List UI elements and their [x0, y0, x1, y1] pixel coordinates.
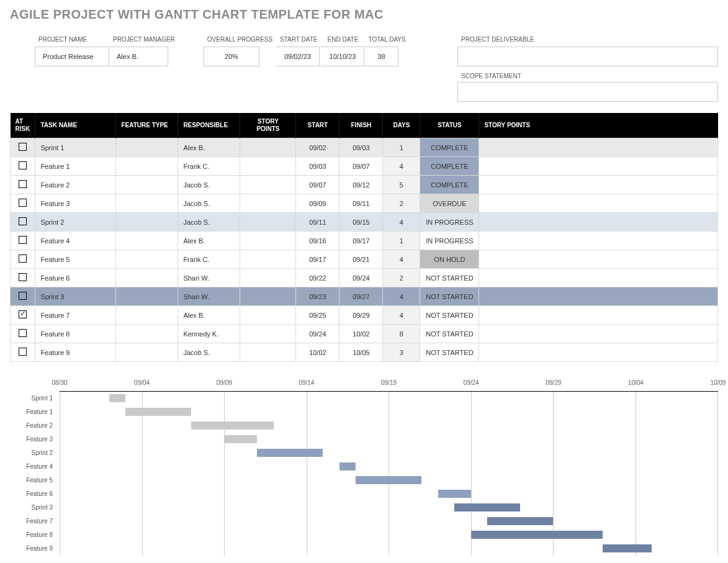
start-cell[interactable]: 10/02: [296, 343, 339, 362]
finish-cell[interactable]: 09/11: [339, 194, 383, 213]
start-cell[interactable]: 09/03: [296, 157, 339, 176]
story-points-cell[interactable]: [240, 157, 296, 176]
task-row[interactable]: Feature 7Alex B.09/2509/294NOT STARTED: [11, 306, 718, 325]
feature-type-cell[interactable]: [116, 157, 178, 176]
status-cell[interactable]: OVERDUE: [420, 194, 479, 213]
task-name-cell[interactable]: Feature 7: [35, 306, 116, 325]
task-name-cell[interactable]: Feature 5: [35, 250, 116, 269]
finish-cell[interactable]: 09/07: [339, 157, 383, 176]
responsible-cell[interactable]: Shari W.: [178, 269, 240, 287]
feature-type-cell[interactable]: [116, 250, 178, 269]
task-name-cell[interactable]: Feature 6: [35, 269, 116, 287]
responsible-cell[interactable]: Jacob S.: [178, 343, 240, 362]
feature-type-cell[interactable]: [116, 176, 178, 194]
finish-cell[interactable]: 09/15: [339, 213, 383, 232]
story-points-cell[interactable]: [240, 325, 296, 343]
at-risk-cell[interactable]: [11, 138, 35, 157]
status-cell[interactable]: NOT STARTED: [420, 306, 479, 325]
task-name-cell[interactable]: Feature 1: [35, 157, 116, 176]
task-row[interactable]: Feature 3Jacob S.09/0909/112OVERDUE: [11, 194, 718, 213]
project-manager-input[interactable]: Alex B.: [109, 47, 168, 66]
checkbox-icon[interactable]: [19, 329, 27, 337]
checkbox-icon[interactable]: [19, 161, 27, 169]
checkbox-icon[interactable]: [19, 180, 27, 188]
responsible-cell[interactable]: Kennedy K.: [178, 325, 240, 343]
status-cell[interactable]: NOT STARTED: [420, 269, 479, 287]
start-cell[interactable]: 09/22: [296, 269, 339, 287]
status-cell[interactable]: NOT STARTED: [420, 343, 479, 362]
feature-type-cell[interactable]: [116, 213, 178, 232]
finish-cell[interactable]: 09/12: [339, 176, 383, 194]
at-risk-cell[interactable]: [11, 250, 35, 269]
story-points-cell[interactable]: [240, 213, 296, 232]
story-points-cell[interactable]: [240, 287, 296, 306]
checkbox-icon[interactable]: [19, 143, 27, 151]
task-name-cell[interactable]: Feature 4: [35, 232, 116, 250]
task-row[interactable]: Feature 9Jacob S.10/0210/053NOT STARTED: [11, 343, 718, 362]
finish-cell[interactable]: 09/29: [339, 306, 383, 325]
finish-cell[interactable]: 09/27: [339, 287, 383, 306]
at-risk-cell[interactable]: [11, 176, 35, 194]
checkbox-icon[interactable]: [19, 292, 27, 300]
finish-cell[interactable]: 10/02: [339, 325, 383, 343]
task-name-cell[interactable]: Sprint 3: [35, 287, 116, 306]
task-row[interactable]: Sprint 2Jacob S.09/1109/154IN PROGRESS: [11, 213, 718, 232]
task-name-cell[interactable]: Feature 2: [35, 176, 116, 194]
task-name-cell[interactable]: Sprint 2: [35, 213, 116, 232]
start-cell[interactable]: 09/07: [296, 176, 339, 194]
start-cell[interactable]: 09/02: [296, 138, 339, 157]
task-row[interactable]: Feature 2Jacob S.09/0709/125COMPLETE: [11, 176, 718, 194]
responsible-cell[interactable]: Alex B.: [178, 138, 240, 157]
responsible-cell[interactable]: Shari W.: [178, 287, 240, 306]
feature-type-cell[interactable]: [116, 138, 178, 157]
task-row[interactable]: Feature 5Frank C.09/1709/214ON HOLD: [11, 250, 718, 269]
finish-cell[interactable]: 10/05: [339, 343, 383, 362]
feature-type-cell[interactable]: [116, 306, 178, 325]
at-risk-cell[interactable]: [11, 157, 35, 176]
at-risk-cell[interactable]: [11, 306, 35, 325]
start-cell[interactable]: 09/23: [296, 287, 339, 306]
story-points-cell[interactable]: [240, 343, 296, 362]
responsible-cell[interactable]: Alex B.: [178, 306, 240, 325]
story-points-cell[interactable]: [240, 176, 296, 194]
status-cell[interactable]: ON HOLD: [420, 250, 479, 269]
checkbox-icon[interactable]: [19, 199, 27, 207]
feature-type-cell[interactable]: [116, 194, 178, 213]
start-cell[interactable]: 09/16: [296, 232, 339, 250]
story-points-cell[interactable]: [240, 138, 296, 157]
responsible-cell[interactable]: Frank C.: [178, 157, 240, 176]
scope-input[interactable]: [457, 82, 718, 102]
checkbox-icon[interactable]: [19, 254, 27, 263]
status-cell[interactable]: NOT STARTED: [420, 325, 479, 343]
status-cell[interactable]: IN PROGRESS: [420, 213, 479, 232]
story-points-cell[interactable]: [240, 269, 296, 287]
checkbox-icon[interactable]: [19, 236, 27, 244]
status-cell[interactable]: NOT STARTED: [420, 287, 479, 306]
task-name-cell[interactable]: Feature 9: [35, 343, 116, 362]
task-row[interactable]: Feature 1Frank C.09/0309/074COMPLETE: [11, 157, 718, 176]
feature-type-cell[interactable]: [116, 325, 178, 343]
start-cell[interactable]: 09/24: [296, 325, 339, 343]
story-points-cell[interactable]: [240, 194, 296, 213]
deliverable-input[interactable]: [457, 47, 718, 66]
story-points-cell[interactable]: [240, 232, 296, 250]
responsible-cell[interactable]: Jacob S.: [178, 213, 240, 232]
story-points-cell[interactable]: [240, 250, 296, 269]
story-points-cell[interactable]: [240, 306, 296, 325]
feature-type-cell[interactable]: [116, 232, 178, 250]
task-name-cell[interactable]: Feature 8: [35, 325, 116, 343]
checkbox-icon[interactable]: [19, 310, 27, 318]
task-row[interactable]: Sprint 1Alex B.09/0209/031COMPLETE: [11, 138, 718, 157]
at-risk-cell[interactable]: [11, 325, 35, 343]
status-cell[interactable]: COMPLETE: [420, 138, 479, 157]
at-risk-cell[interactable]: [11, 194, 35, 213]
end-date-input[interactable]: 10/10/23: [321, 47, 364, 66]
start-cell[interactable]: 09/11: [296, 213, 339, 232]
checkbox-icon[interactable]: [19, 348, 27, 356]
feature-type-cell[interactable]: [116, 269, 178, 287]
status-cell[interactable]: IN PROGRESS: [420, 232, 479, 250]
task-row[interactable]: Feature 4Alex B.09/1609/171IN PROGRESS: [11, 232, 718, 250]
status-cell[interactable]: COMPLETE: [420, 157, 479, 176]
at-risk-cell[interactable]: [11, 213, 35, 232]
task-name-cell[interactable]: Feature 3: [35, 194, 116, 213]
